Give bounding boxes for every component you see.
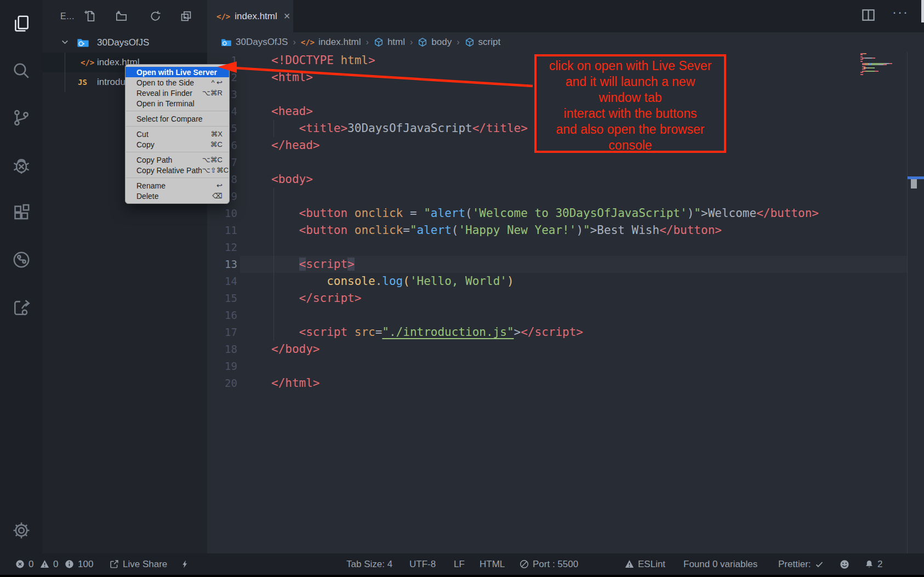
code-line-19[interactable]: 19 <box>207 358 924 375</box>
new-file-icon[interactable] <box>82 9 96 23</box>
menu-item-select-for-compare[interactable]: Select for Compare <box>126 113 229 124</box>
code-line-10[interactable]: 10 <button onclick = "alert('Welcome to … <box>207 205 924 222</box>
breadcrumb-item-30daysofjs[interactable]: 30DaysOfJS <box>221 37 288 48</box>
lightning-icon <box>181 559 189 569</box>
check-icon <box>815 560 824 569</box>
status-live-server-port[interactable]: Port : 5500 <box>520 553 578 575</box>
menu-divider <box>126 126 229 127</box>
html-file-icon: </> <box>81 58 94 67</box>
status-problems-errors[interactable]: 0 <box>15 553 33 575</box>
code-line-16[interactable]: 16 <box>207 307 924 324</box>
code-text: <!DOCTYPE html> <box>271 52 375 69</box>
status-live-server-bolt[interactable] <box>181 553 189 575</box>
tab-index-html[interactable]: </> index.html × <box>207 0 293 32</box>
symbol-cube-icon <box>374 37 384 47</box>
menu-divider <box>126 111 229 111</box>
explorer-icon[interactable] <box>0 10 42 37</box>
status-tab-size[interactable]: Tab Size: 4 <box>346 553 392 575</box>
breadcrumb-item-html[interactable]: html <box>374 37 405 48</box>
menu-item-copy-relative-path[interactable]: Copy Relative Path⌥⇧⌘C <box>126 165 229 175</box>
line-number: 13 <box>207 256 237 273</box>
status-notifications-bell[interactable]: 2 <box>865 553 882 575</box>
status-live-share[interactable]: Live Share <box>110 553 167 575</box>
close-icon[interactable]: × <box>284 10 290 22</box>
menu-item-cut[interactable]: Cut⌘X <box>126 129 229 139</box>
refresh-explorer-icon[interactable] <box>148 9 162 23</box>
menu-item-delete[interactable]: Delete⌫ <box>126 191 229 201</box>
code-line-9[interactable]: 9 <box>207 188 924 205</box>
code-line-7[interactable]: 7 <box>207 154 924 171</box>
code-line-12[interactable]: 12 <box>207 239 924 256</box>
breadcrumb-item-script[interactable]: script <box>465 37 501 48</box>
bell-icon <box>865 559 874 569</box>
annotation-line: and it will launch a new <box>537 74 724 90</box>
code-line-13[interactable]: 13 <script> <box>207 256 924 273</box>
code-text: <script> <box>271 256 355 273</box>
annotation-box: click on open with Live Severand it will… <box>534 54 726 153</box>
line-number: 18 <box>207 341 237 358</box>
code-line-17[interactable]: 17 <script src="./introduction.js"></scr… <box>207 324 924 341</box>
corner-sliver <box>921 0 924 22</box>
status-eol[interactable]: LF <box>454 553 465 575</box>
breadcrumb-separator: › <box>366 37 369 47</box>
remote-explorer-icon[interactable] <box>0 247 42 273</box>
breadcrumb-item-body[interactable]: body <box>418 37 452 48</box>
extensions-icon[interactable] <box>0 199 42 226</box>
menu-item-rename[interactable]: Rename↩ <box>126 180 229 191</box>
code-line-18[interactable]: 18</body> <box>207 341 924 358</box>
menu-item-copy[interactable]: Copy⌘C <box>126 139 229 150</box>
status-label: HTML <box>480 559 505 570</box>
more-actions-icon[interactable]: ··· <box>892 4 909 20</box>
annotation-line: window tab <box>537 90 724 106</box>
status-language-mode[interactable]: HTML <box>480 553 505 575</box>
menu-item-open-in-terminal[interactable]: Open in Terminal <box>126 98 229 108</box>
scrollbar-thumb[interactable] <box>911 179 917 188</box>
warning-icon <box>40 559 49 569</box>
menu-item-reveal-in-finder[interactable]: Reveal in Finder⌥⌘R <box>126 88 229 98</box>
tree-item-root-folder[interactable]: 30DaysOfJS <box>42 33 207 53</box>
code-line-8[interactable]: 8<body> <box>207 171 924 188</box>
annotation-line: and also open the browser <box>537 122 724 138</box>
run-debug-icon[interactable] <box>0 152 42 179</box>
breadcrumb-label: script <box>478 37 501 48</box>
activity-bar <box>0 0 42 553</box>
menu-item-label: Open with Live Server <box>136 68 223 77</box>
status-problems-info[interactable]: 100 <box>65 553 93 575</box>
live-share-icon[interactable] <box>0 294 42 321</box>
menu-item-open-to-the-side[interactable]: Open to the Side^ ↩ <box>126 77 229 88</box>
error-icon <box>15 559 25 569</box>
breadcrumb-separator: › <box>410 37 413 47</box>
line-number: 20 <box>207 375 237 392</box>
root-folder-label: 30DaysOfJS <box>97 37 149 48</box>
code-line-11[interactable]: 11 <button onclick="alert('Happy New Yea… <box>207 222 924 239</box>
code-line-15[interactable]: 15 </script> <box>207 290 924 307</box>
status-problems-warnings[interactable]: 0 <box>40 553 58 575</box>
code-text: <html> <box>271 69 313 86</box>
breadcrumb-item-index-html[interactable]: </>index.html <box>301 37 361 48</box>
menu-item-open-with-live-server[interactable]: Open with Live Server <box>126 67 229 77</box>
code-line-20[interactable]: 20</html> <box>207 375 924 392</box>
code-text: <body> <box>271 171 313 188</box>
status-feedback-smiley[interactable] <box>840 553 849 575</box>
menu-item-shortcut: ↩ <box>216 181 223 190</box>
status-prettier[interactable]: Prettier: <box>778 553 824 575</box>
status-encoding[interactable]: UTF-8 <box>409 553 436 575</box>
overview-ruler-divider <box>907 52 908 553</box>
slash-icon <box>520 559 529 569</box>
status-found-variables[interactable]: Found 0 variables <box>683 553 757 575</box>
chevron-down-icon[interactable] <box>60 37 70 49</box>
minimap[interactable] <box>860 53 908 75</box>
code-line-14[interactable]: 14 console.log('Hello, World') <box>207 273 924 290</box>
menu-item-shortcut: ⌥⌘C <box>202 156 223 164</box>
menu-item-copy-path[interactable]: Copy Path⌥⌘C <box>126 155 229 165</box>
settings-icon[interactable] <box>0 517 42 544</box>
symbol-cube-icon <box>418 37 427 47</box>
collapse-folders-icon[interactable] <box>179 9 193 23</box>
status-eslint[interactable]: ESLint <box>625 553 665 575</box>
new-folder-icon[interactable] <box>114 9 128 23</box>
split-editor-icon[interactable] <box>861 8 876 25</box>
source-control-icon[interactable] <box>0 105 42 131</box>
menu-item-label: Copy Path <box>136 156 202 164</box>
code-text: <title>30DaysOfJavaScript</title> <box>271 120 528 137</box>
search-icon[interactable] <box>0 58 42 84</box>
